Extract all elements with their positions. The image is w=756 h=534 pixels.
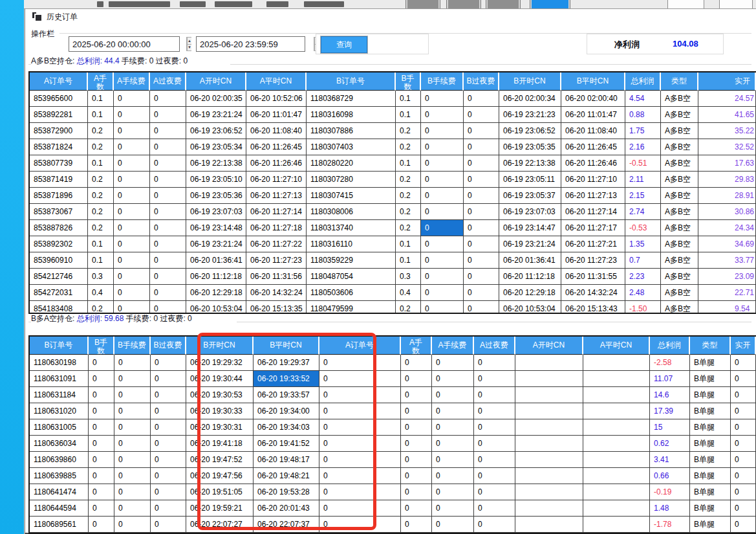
- cell[interactable]: A多B空: [661, 172, 698, 188]
- cell[interactable]: 33.77: [698, 252, 756, 269]
- cell[interactable]: 0: [89, 403, 114, 419]
- cell[interactable]: 0: [421, 155, 464, 172]
- cell[interactable]: [583, 387, 650, 403]
- column-header[interactable]: 类型: [661, 72, 698, 91]
- cell[interactable]: 0: [464, 123, 499, 139]
- cell[interactable]: 853871896: [30, 188, 88, 204]
- cell[interactable]: 0: [151, 468, 186, 484]
- cell[interactable]: 15: [650, 419, 690, 436]
- column-header[interactable]: A订单号: [30, 72, 88, 91]
- cell[interactable]: 14.6: [650, 387, 690, 403]
- cell[interactable]: 0: [319, 355, 401, 371]
- cell[interactable]: 2.11: [625, 172, 661, 188]
- cell[interactable]: 06-19 23:21:24: [186, 107, 246, 123]
- cell[interactable]: 06-20 19:48:17: [254, 452, 319, 468]
- query-button[interactable]: 查询: [321, 36, 367, 53]
- cell[interactable]: -2.58: [650, 355, 690, 371]
- cell[interactable]: 2.74: [625, 204, 661, 220]
- cell[interactable]: 0: [432, 484, 474, 500]
- cell[interactable]: 1.35: [625, 236, 661, 252]
- cell[interactable]: A多B空: [661, 236, 698, 252]
- cell[interactable]: 0: [319, 387, 401, 403]
- background-button[interactable]: [447, 0, 481, 9]
- cell[interactable]: 0: [114, 355, 151, 371]
- cell[interactable]: 06-20 10:53:04: [499, 301, 561, 314]
- cell[interactable]: 06-20 19:30:33: [186, 403, 254, 419]
- cell[interactable]: 0: [421, 188, 464, 204]
- cell[interactable]: 06-20 02:00:35: [186, 91, 246, 107]
- cell[interactable]: 1180487054: [307, 269, 396, 285]
- cell[interactable]: 0.1: [396, 252, 421, 269]
- cell[interactable]: 06-20 15:13:35: [246, 301, 307, 314]
- column-header[interactable]: B手续费: [114, 337, 151, 355]
- cell[interactable]: 1180689561: [30, 517, 89, 533]
- cell[interactable]: 0: [401, 500, 432, 517]
- cell[interactable]: 0: [114, 419, 151, 436]
- cell[interactable]: 0.4: [396, 285, 421, 301]
- cell[interactable]: 0: [114, 155, 150, 172]
- cell[interactable]: 0: [464, 91, 499, 107]
- cell[interactable]: 06-19 23:21:23: [499, 107, 561, 123]
- cell[interactable]: 0: [401, 419, 432, 436]
- cell[interactable]: 06-20 19:33:52: [254, 371, 319, 387]
- cell[interactable]: 06-20 10:52:06: [246, 91, 307, 107]
- background-field[interactable]: [667, 0, 704, 9]
- cell[interactable]: [515, 436, 583, 452]
- cell[interactable]: 0: [464, 188, 499, 204]
- cell[interactable]: 0: [319, 436, 401, 452]
- column-header[interactable]: B开时CN: [499, 72, 561, 91]
- cell[interactable]: 06-20 11:27:17: [561, 220, 625, 236]
- cell[interactable]: 06-20 19:29:32: [186, 355, 254, 371]
- cell[interactable]: 06-20 15:13:43: [561, 301, 625, 314]
- cell[interactable]: 0.62: [650, 436, 690, 452]
- column-header[interactable]: B手续费: [421, 72, 464, 91]
- cell[interactable]: 0: [432, 436, 474, 452]
- cell[interactable]: 06-19 23:07:03: [499, 204, 561, 220]
- cell[interactable]: 0: [114, 285, 150, 301]
- cell[interactable]: 06-20 11:27:18: [246, 220, 307, 236]
- cell[interactable]: 0.2: [88, 188, 114, 204]
- cell[interactable]: [515, 452, 583, 468]
- cell[interactable]: A多B空: [661, 204, 698, 220]
- cell[interactable]: 0: [114, 236, 150, 252]
- cell[interactable]: A多B空: [661, 139, 698, 155]
- cell[interactable]: 06-20 22:07:37: [254, 517, 319, 533]
- cell[interactable]: -0.51: [625, 155, 661, 172]
- cell[interactable]: [583, 452, 650, 468]
- cell[interactable]: 0: [731, 371, 756, 387]
- cell[interactable]: 0: [319, 452, 401, 468]
- cell[interactable]: 06-20 11:26:46: [561, 155, 625, 172]
- cell[interactable]: 06-20 11:08:40: [246, 123, 307, 139]
- cell[interactable]: 06-20 11:27:22: [246, 236, 307, 252]
- cell[interactable]: 0: [151, 436, 186, 452]
- cell[interactable]: 853887826: [30, 220, 88, 236]
- cell[interactable]: 0: [464, 172, 499, 188]
- cell[interactable]: 0: [89, 452, 114, 468]
- cell[interactable]: 1180630198: [30, 355, 89, 371]
- cell[interactable]: 0: [150, 204, 186, 220]
- cell[interactable]: 1180644594: [30, 500, 89, 517]
- cell[interactable]: 0: [114, 269, 150, 285]
- cell[interactable]: 06-20 19:59:21: [186, 500, 254, 517]
- cell[interactable]: 0: [421, 204, 464, 220]
- cell[interactable]: 0: [432, 468, 474, 484]
- cell[interactable]: 0: [114, 301, 150, 314]
- cell[interactable]: 06-20 19:33:57: [254, 387, 319, 403]
- cell[interactable]: 0: [731, 452, 756, 468]
- column-header[interactable]: B平时CN: [254, 337, 319, 355]
- column-header[interactable]: 总利润: [625, 72, 661, 91]
- cell[interactable]: 0: [432, 452, 474, 468]
- cell[interactable]: B单腿: [690, 436, 731, 452]
- cell[interactable]: 853892302: [30, 236, 88, 252]
- cell[interactable]: 0.1: [396, 107, 421, 123]
- cell[interactable]: 0: [150, 155, 186, 172]
- cell[interactable]: 0: [89, 419, 114, 436]
- cell[interactable]: 1.48: [650, 500, 690, 517]
- cell[interactable]: 06-20 11:27:21: [561, 236, 625, 252]
- cell[interactable]: 32.52: [698, 139, 756, 155]
- cell[interactable]: 853807739: [30, 155, 88, 172]
- cell[interactable]: 0: [114, 371, 151, 387]
- cell[interactable]: 0: [421, 252, 464, 269]
- cell[interactable]: 0: [114, 500, 151, 517]
- background-button-active[interactable]: [530, 0, 570, 9]
